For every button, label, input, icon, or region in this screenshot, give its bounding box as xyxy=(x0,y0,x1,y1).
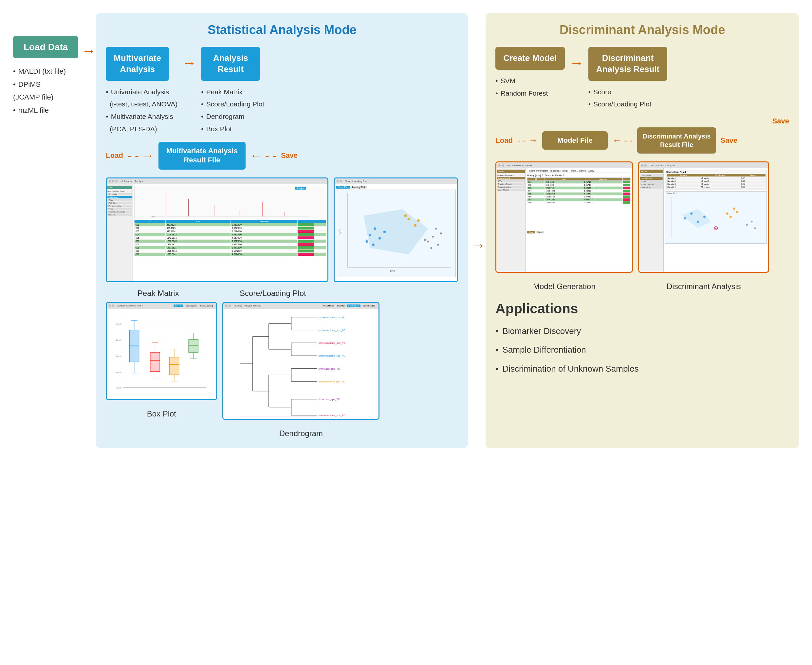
analysis-result-box: Analysis Result xyxy=(201,47,260,81)
dendro-tab-active[interactable]: Dendrogram xyxy=(347,305,360,307)
svg-text:proteobacteria_sps_FC: proteobacteria_sps_FC xyxy=(319,316,345,319)
stat-arrow-1: → xyxy=(182,47,196,71)
save-model-button[interactable]: Save xyxy=(536,231,544,233)
boxplot-tabs: Box Plot Dendrogram Score/Loading xyxy=(174,305,214,307)
stat-bottom-row: Load - - → Multivariate Analysis Result … xyxy=(106,142,458,170)
analysis-result-item: Analysis Result Peak Matrix Score/Loadin… xyxy=(201,47,264,135)
score-plot-content: Score Plot Loading Plot xyxy=(335,184,457,281)
svg-point-24 xyxy=(432,236,434,238)
svg-point-14 xyxy=(373,227,376,230)
multivariate-analysis-box: Multivariate Analysis xyxy=(106,47,169,81)
disc-flow-top: Create Model SVM Random Forest → Discrim… xyxy=(495,47,789,110)
titlebar-label: Multivariate Analysis xyxy=(121,180,144,183)
svg-point-115 xyxy=(751,221,753,223)
svg-point-106 xyxy=(697,221,699,223)
dot3 xyxy=(115,180,118,182)
dot1 xyxy=(109,305,111,307)
svg-text:m/z: m/z xyxy=(152,216,155,218)
dendro-tab[interactable]: Dendrogram xyxy=(184,305,198,307)
disc-save-top: Save xyxy=(495,117,789,125)
svg-point-28 xyxy=(431,247,432,249)
page-layout: Load Data MALDI (txt file) DPiMS(JCAMP f… xyxy=(13,13,799,448)
applications-list: Biomarker Discovery Sample Differentiati… xyxy=(495,322,789,378)
model-file-box: Model File xyxy=(542,131,608,150)
section-arrow-icon: → xyxy=(471,237,486,254)
svg-point-20 xyxy=(414,224,417,226)
app-item-biomarker: Biomarker Discovery xyxy=(495,322,789,341)
model-params-header: Training Parameters [Species] [Target] T… xyxy=(527,170,630,173)
titlebar-disc-analysis: Discriminant Analyzer xyxy=(639,162,768,168)
svg-point-113 xyxy=(715,228,717,229)
dot1 xyxy=(225,305,228,307)
train-button[interactable]: Train xyxy=(527,231,535,233)
boxplot-tab-active[interactable]: Box Plot xyxy=(174,305,183,307)
svg-text:3×10³: 3×10³ xyxy=(116,355,121,357)
stat-screenshot-row1: Multivariate Analysis Menu Analysis Func… xyxy=(106,177,458,298)
svg-marker-12 xyxy=(364,209,428,254)
svg-text:PC2: PC2 xyxy=(339,229,342,234)
multivariate-analysis-item: Multivariate Analysis Univariate Analysi… xyxy=(106,47,177,135)
score-loading-screenshot: Score/Loading Plot Score Plot Loading Pl… xyxy=(334,177,458,298)
bullet-univariate: Univariate Analysis (t-test, u-test, ANO… xyxy=(106,86,177,111)
dot1 xyxy=(641,164,643,167)
svg-text:proteobacteria_sps_FC: proteobacteria_sps_FC xyxy=(319,354,345,357)
disc-result-file-box: Discriminant Analysis Result File xyxy=(637,127,716,154)
load-data-item-mzml: mzML file xyxy=(13,104,66,117)
titlebar-model-gen: Discriminant Analyzer xyxy=(496,162,632,168)
disc-analysis-sidebar: Menu Load Model Discriminant Score Score… xyxy=(639,168,664,272)
peak-matrix-tab[interactable]: Peak Matrix xyxy=(322,305,335,307)
disc-bottom-row: Load - - → Model File ← - - Discriminant… xyxy=(495,127,789,154)
model-params: Holding [spec]: 1 Genus: 0 Family: 0 xyxy=(527,174,630,177)
model-gen-label: Model Generation xyxy=(495,282,633,291)
model-gen-main: Training Parameters [Species] [Target] T… xyxy=(526,168,632,272)
model-gen-content: Menu Analysis Functions Create Model SVM… xyxy=(496,168,632,272)
svg-text:4×10³: 4×10³ xyxy=(116,339,121,342)
bullet-score: Score xyxy=(588,86,652,98)
disc-save-label: Save xyxy=(721,136,737,145)
disc-analysis-content: Menu Load Model Discriminant Score Score… xyxy=(639,168,768,272)
applications-section: Applications Biomarker Discovery Sample … xyxy=(495,301,789,378)
svg-point-22 xyxy=(417,219,420,222)
titlebar-stat: Multivariate Analysis xyxy=(107,179,327,184)
svg-point-23 xyxy=(427,241,429,242)
stat-screenshots: Multivariate Analysis Menu Analysis Func… xyxy=(106,177,458,438)
disc-load-arrow: - - → xyxy=(517,135,538,146)
svg-point-26 xyxy=(424,239,426,241)
dendrogram-screen: Quality Analysis Result Peak Matrix Box … xyxy=(222,302,380,420)
disc-analysis-screen: Discriminant Analyzer Menu Load Model Di… xyxy=(638,161,769,273)
boxplot-title: Quality Analysis Plot # xyxy=(117,304,143,307)
dot2 xyxy=(229,305,231,307)
model-gen-table: ID m/z Intensity 001 843.4523 xyxy=(527,177,630,230)
svg-point-107 xyxy=(703,216,706,218)
stat-sidebar: Menu Analysis Functions Univariate Multi… xyxy=(107,184,133,281)
box-plot-label: Box Plot xyxy=(106,409,217,418)
score-tab[interactable]: Score Plot xyxy=(336,186,350,188)
dot2 xyxy=(340,180,342,182)
app-item-sample: Sample Differentiation xyxy=(495,341,789,359)
disc-analysis-screenshot: Discriminant Analyzer Menu Load Model Di… xyxy=(638,161,769,291)
dot2 xyxy=(112,305,114,307)
bullet-dendrogram: Dendrogram xyxy=(201,110,264,123)
svg-text:firmicutes_sps_TC: firmicutes_sps_TC xyxy=(319,398,340,401)
peak-matrix-screenshot-label: Peak Matrix xyxy=(106,289,211,298)
score-loading-screenshot-label: Score/Loading Plot xyxy=(217,289,328,298)
load-data-box: Load Data xyxy=(13,36,78,58)
model-gen-screen: Discriminant Analyzer Menu Analysis Func… xyxy=(495,161,633,273)
loading-tab[interactable]: Loading Plot xyxy=(351,186,367,188)
score-results: Discriminant Result Sample Prediction Sc… xyxy=(665,170,767,190)
score-loading-tab[interactable]: Score/Loading xyxy=(199,305,214,307)
disc-result-bullets: Score Score/Loading Plot xyxy=(588,84,652,111)
disc-screenshots: Discriminant Analyzer Menu Analysis Func… xyxy=(495,161,789,378)
load-arrow: - - → xyxy=(128,149,154,162)
score-loading-tab2[interactable]: Score/Loading xyxy=(362,305,377,307)
dot1 xyxy=(337,180,339,182)
stat-app-content: Menu Analysis Functions Univariate Multi… xyxy=(107,184,327,281)
dot2 xyxy=(112,180,114,182)
bullet-score-loading: Score/Loading Plot xyxy=(588,98,652,110)
load-data-list: MALDI (txt file) DPiMS(JCAMP file) mzML … xyxy=(13,65,66,116)
box-plot-tab2[interactable]: Box Plot xyxy=(336,305,346,307)
dendro-tabs: Peak Matrix Box Plot Dendrogram Score/Lo… xyxy=(322,305,377,307)
disc-result-item: Discriminant Analysis Result Score Score… xyxy=(588,47,668,110)
box-plot-screen: Quality Analysis Plot # Box Plot Dendrog… xyxy=(106,302,217,400)
bullet-score-loading: Score/Loading Plot xyxy=(201,98,264,110)
